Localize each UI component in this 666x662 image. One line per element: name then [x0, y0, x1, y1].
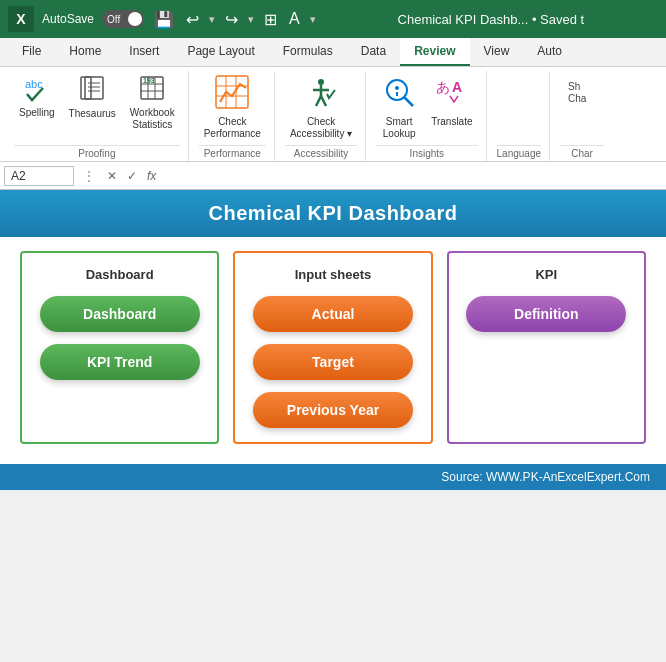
svg-line-20 — [316, 96, 321, 106]
check-accessibility-label: CheckAccessibility ▾ — [290, 116, 352, 140]
tab-formulas[interactable]: Formulas — [269, 38, 347, 66]
autosave-toggle[interactable]: Off — [102, 10, 144, 28]
ribbon-group-performance: CheckPerformance Performance — [191, 71, 275, 161]
svg-line-23 — [404, 97, 413, 106]
sheet-title: Chemical KPI Dashboard — [0, 190, 666, 237]
thesaurus-label: Thesaurus — [69, 108, 116, 120]
cancel-formula-icon[interactable]: ✕ — [104, 169, 120, 183]
undo-icon[interactable]: ↩ — [184, 8, 201, 31]
ribbon-group-proofing: abc Spelling — [6, 71, 189, 161]
svg-rect-12 — [216, 76, 248, 108]
tab-page-layout[interactable]: Page Layout — [173, 38, 268, 66]
definition-nav-button[interactable]: Definition — [466, 296, 626, 332]
ribbon-tabs: File Home Insert Page Layout Formulas Da… — [0, 38, 666, 67]
svg-text:A: A — [452, 79, 462, 95]
svg-text:Sh: Sh — [568, 81, 580, 92]
svg-line-21 — [321, 96, 326, 106]
redo-icon[interactable]: ↪ — [223, 8, 240, 31]
spelling-icon: abc — [23, 74, 51, 105]
performance-items: CheckPerformance — [199, 71, 266, 143]
performance-group-label: Performance — [199, 145, 266, 159]
ribbon-group-language: Language — [489, 71, 551, 161]
translate-icon: あ A — [434, 74, 470, 114]
undo-dropdown[interactable]: ▾ — [209, 13, 215, 26]
insights-items: SmartLookup あ A Translate — [376, 71, 477, 143]
translate-button[interactable]: あ A Translate — [426, 71, 477, 131]
sheet-area: Chemical KPI Dashboard Dashboard Dashboa… — [0, 190, 666, 490]
svg-rect-1 — [81, 77, 91, 99]
svg-text:abc: abc — [25, 78, 43, 90]
window-title: Chemical KPI Dashb... • Saved t — [324, 12, 658, 27]
dashboard-box-title: Dashboard — [32, 267, 207, 282]
proofing-items: abc Spelling — [14, 71, 180, 143]
actual-nav-button[interactable]: Actual — [253, 296, 413, 332]
ribbon-content: abc Spelling — [0, 67, 666, 161]
tab-auto[interactable]: Auto — [523, 38, 576, 66]
cell-reference-input[interactable] — [4, 166, 74, 186]
accessibility-group-label: Accessibility — [285, 145, 357, 159]
changes-items: Sh Cha — [562, 71, 602, 143]
tab-file[interactable]: File — [8, 38, 55, 66]
check-performance-icon — [214, 74, 250, 114]
check-performance-button[interactable]: CheckPerformance — [199, 71, 266, 143]
insights-group-label: Insights — [376, 145, 477, 159]
table-icon[interactable]: ⊞ — [262, 8, 279, 31]
font-color-dropdown[interactable]: ▾ — [310, 13, 316, 26]
ribbon-group-insights: SmartLookup あ A Translate Insights — [368, 71, 486, 161]
kpi-trend-nav-button[interactable]: KPI Trend — [40, 344, 200, 380]
toggle-knob — [128, 12, 142, 26]
workbook-statistics-icon: 193 — [138, 74, 166, 105]
proofing-group-label: Proofing — [14, 145, 180, 159]
kpi-box-title: KPI — [459, 267, 634, 282]
input-sheets-box: Input sheets Actual Target Previous Year — [233, 251, 432, 444]
svg-point-17 — [318, 79, 324, 85]
tab-data[interactable]: Data — [347, 38, 400, 66]
svg-text:Cha: Cha — [568, 93, 587, 104]
svg-point-24 — [395, 86, 399, 90]
ribbon-group-changes: Sh Cha Char — [552, 71, 612, 161]
tab-home[interactable]: Home — [55, 38, 115, 66]
ribbon-group-accessibility: CheckAccessibility ▾ Accessibility — [277, 71, 366, 161]
changes-group-label: Char — [560, 145, 604, 159]
formula-input[interactable] — [163, 167, 662, 185]
smart-lookup-label: SmartLookup — [383, 116, 416, 140]
check-accessibility-button[interactable]: CheckAccessibility ▾ — [285, 71, 357, 143]
toggle-off-label: Off — [104, 14, 123, 25]
thesaurus-button[interactable]: Thesaurus — [64, 71, 121, 123]
thesaurus-icon — [78, 74, 106, 106]
font-color-icon[interactable]: A — [287, 8, 302, 30]
redo-dropdown[interactable]: ▾ — [248, 13, 254, 26]
formula-bar-separator: ⋮ — [78, 168, 100, 184]
title-bar: X AutoSave Off 💾 ↩ ▾ ↪ ▾ ⊞ A ▾ Chemical … — [0, 0, 666, 38]
tab-review[interactable]: Review — [400, 38, 469, 66]
spelling-label: Spelling — [19, 107, 55, 119]
workbook-statistics-button[interactable]: 193 WorkbookStatistics — [125, 71, 180, 134]
ribbon: File Home Insert Page Layout Formulas Da… — [0, 38, 666, 162]
workbook-statistics-label: WorkbookStatistics — [130, 107, 175, 131]
translate-label: Translate — [431, 116, 472, 128]
input-sheets-box-title: Input sheets — [245, 267, 420, 282]
input-sheets-nav-buttons: Actual Target Previous Year — [245, 296, 420, 428]
smart-lookup-button[interactable]: SmartLookup — [376, 71, 422, 143]
kpi-nav-buttons: Definition — [459, 296, 634, 332]
dashboard-box: Dashboard Dashboard KPI Trend — [20, 251, 219, 444]
source-text: Source: WWW.PK-AnExcelExpert.Com — [441, 470, 650, 484]
target-nav-button[interactable]: Target — [253, 344, 413, 380]
dashboard-nav-button[interactable]: Dashboard — [40, 296, 200, 332]
confirm-formula-icon[interactable]: ✓ — [124, 169, 140, 183]
autosave-label: AutoSave — [42, 12, 94, 26]
tab-view[interactable]: View — [470, 38, 524, 66]
save-icon[interactable]: 💾 — [152, 8, 176, 31]
language-group-label: Language — [497, 145, 542, 159]
dashboard-nav-buttons: Dashboard KPI Trend — [32, 296, 207, 380]
tab-insert[interactable]: Insert — [115, 38, 173, 66]
insert-function-icon[interactable]: fx — [144, 169, 159, 183]
excel-logo: X — [8, 6, 34, 32]
smart-lookup-icon — [381, 74, 417, 114]
svg-text:193: 193 — [143, 77, 155, 84]
show-changes-button[interactable]: Sh Cha — [562, 71, 602, 117]
check-accessibility-icon — [303, 74, 339, 114]
spelling-button[interactable]: abc Spelling — [14, 71, 60, 122]
previous-year-nav-button[interactable]: Previous Year — [253, 392, 413, 428]
formula-bar: ⋮ ✕ ✓ fx — [0, 162, 666, 190]
